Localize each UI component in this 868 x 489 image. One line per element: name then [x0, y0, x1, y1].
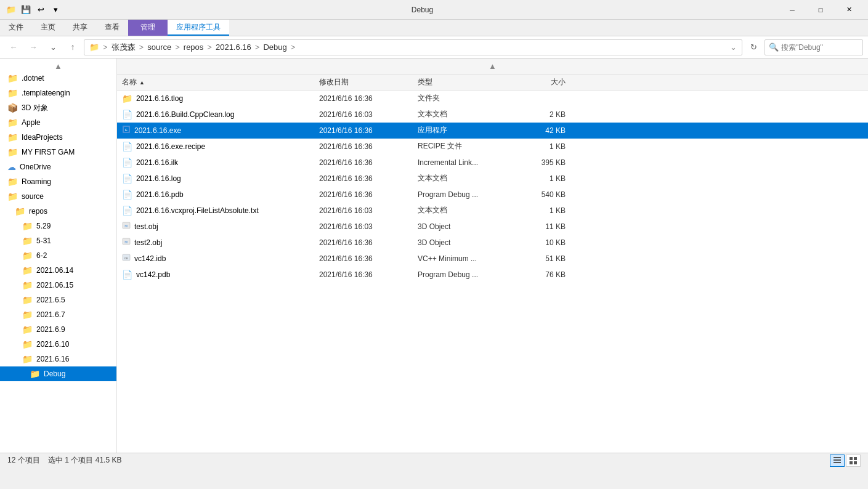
maximize-button[interactable]: □ — [806, 0, 835, 20]
back-button[interactable]: ← — [5, 39, 22, 56]
close-button[interactable]: ✕ — [835, 0, 863, 20]
col-header-size[interactable]: 大小 — [516, 77, 566, 87]
folder-icon: 📁 — [22, 354, 33, 364]
file-type: 文本文档 — [418, 109, 516, 119]
file-area: ▲ 名称 ▲ 修改日期 类型 大小 📁 2021.6.16.tlog 2021/… — [117, 59, 868, 453]
file-row-exe[interactable]: E 2021.6.16.exe 2021/6/16 16:36 应用程序 42 … — [117, 123, 868, 139]
sidebar-item-label: OneDrive — [20, 163, 51, 171]
file-row-recipe[interactable]: 📄 2021.6.16.exe.recipe 2021/6/16 16:36 R… — [117, 139, 868, 155]
file-date: 2021/6/16 16:36 — [319, 142, 418, 151]
file-name-text: 2021.6.16.log — [136, 174, 181, 183]
sidebar-scroll-up[interactable]: ▲ — [0, 61, 116, 71]
file-date: 2021/6/16 16:36 — [319, 158, 418, 167]
sidebar-item-label: 3D 对象 — [22, 103, 48, 113]
minimize-button[interactable]: ─ — [778, 0, 806, 20]
file-type: Incremental Link... — [418, 158, 516, 167]
file-date: 2021/6/16 16:36 — [319, 126, 418, 135]
sidebar-item-label: repos — [29, 207, 47, 216]
file-date: 2021/6/16 16:36 — [319, 94, 418, 103]
sidebar-item-label: IdeaProjects — [22, 133, 63, 142]
breadcrumb-date[interactable]: 2021.6.16 — [216, 42, 251, 52]
address-bar-row: ← → ⌄ ↑ 📁 > 张茂森 > source > repos > 2021.… — [0, 36, 868, 59]
col-header-name[interactable]: 名称 ▲ — [122, 77, 319, 87]
sidebar-item-202167[interactable]: 📁 2021.6.7 — [0, 307, 116, 322]
file-row-tlog[interactable]: 📁 2021.6.16.tlog 2021/6/16 16:36 文件夹 — [117, 91, 868, 107]
sidebar-item-2021610[interactable]: 📁 2021.6.10 — [0, 337, 116, 352]
folder-icon: 📁 — [22, 265, 33, 275]
svg-rect-11 — [834, 462, 841, 463]
file-row-testobj[interactable]: 3D test.obj 2021/6/16 16:03 3D Object 11… — [117, 219, 868, 235]
sidebar-item-roaming[interactable]: 📁 Roaming — [0, 174, 116, 189]
file-type: 文本文档 — [418, 173, 516, 184]
file-type: Program Debug ... — [418, 270, 516, 279]
col-header-date[interactable]: 修改日期 — [319, 77, 418, 87]
sidebar-item-dotnet[interactable]: 📁 .dotnet — [0, 71, 116, 86]
sidebar-item-531[interactable]: 📁 5-31 — [0, 233, 116, 248]
forward-button[interactable]: → — [25, 39, 42, 56]
save-icon[interactable]: 💾 — [20, 4, 32, 16]
file-size: 10 KB — [516, 238, 566, 247]
sidebar-item-20210615[interactable]: 📁 2021.06.15 — [0, 278, 116, 293]
tab-home[interactable]: 主页 — [32, 20, 64, 36]
refresh-button[interactable]: ↻ — [745, 39, 762, 56]
sidebar-item-label: .templateengin — [22, 89, 70, 97]
search-input[interactable] — [781, 43, 859, 52]
tab-view[interactable]: 查看 — [96, 20, 128, 36]
file-row-vc142pdb[interactable]: 📄 vc142.pdb 2021/6/16 16:36 Program Debu… — [117, 267, 868, 283]
sidebar-item-3d[interactable]: 📦 3D 对象 — [0, 100, 116, 115]
sidebar-item-2021616[interactable]: 📁 2021.6.16 — [0, 352, 116, 366]
sidebar-item-20210614[interactable]: 📁 2021.06.14 — [0, 263, 116, 278]
sidebar-item-202169[interactable]: 📁 2021.6.9 — [0, 322, 116, 337]
file-row-filelist[interactable]: 📄 2021.6.16.vcxproj.FileListAbsolute.txt… — [117, 203, 868, 219]
file-size: 42 KB — [516, 126, 566, 135]
breadcrumb-current[interactable]: Debug — [263, 42, 286, 52]
file-name-text: vc142.idb — [134, 254, 166, 263]
sidebar-item-templateengine[interactable]: 📁 .templateengin — [0, 86, 116, 100]
file-row-buildlog[interactable]: 📄 2021.6.16.Build.CppClean.log 2021/6/16… — [117, 107, 868, 123]
file-name-text: test.obj — [134, 222, 158, 231]
breadcrumb-repos[interactable]: repos — [184, 42, 204, 52]
file-row-vc142idb[interactable]: DB vc142.idb 2021/6/16 16:36 VC++ Minimu… — [117, 251, 868, 267]
exe-icon: E — [122, 125, 131, 135]
column-scroll-up[interactable]: ▲ — [122, 62, 863, 71]
dropdown-icon[interactable]: ▾ — [49, 4, 62, 16]
file-row-test2obj[interactable]: 3D test2.obj 2021/6/16 16:36 3D Object 1… — [117, 235, 868, 251]
breadcrumb-source[interactable]: source — [147, 42, 171, 52]
file-name-text: vc142.pdb — [136, 270, 170, 279]
title-bar-icons: 📁 💾 ↩ ▾ — [5, 4, 62, 16]
tab-manage[interactable]: 管理 — [128, 20, 168, 36]
folder-icon: 📁 — [22, 325, 33, 334]
tab-file[interactable]: 文件 — [0, 20, 32, 36]
doc-icon: 📄 — [122, 142, 132, 152]
sidebar-item-source[interactable]: 📁 source — [0, 189, 116, 204]
up-button[interactable]: ↑ — [64, 39, 81, 56]
breadcrumb-user[interactable]: 张茂森 — [112, 42, 136, 53]
sidebar-item-debug[interactable]: 📁 Debug — [0, 366, 116, 381]
address-chevron-icon[interactable]: ⌄ — [730, 42, 737, 52]
sidebar-item-apple[interactable]: 📁 Apple — [0, 115, 116, 130]
col-header-type[interactable]: 类型 — [418, 77, 516, 87]
search-box[interactable]: 🔍 — [765, 39, 863, 55]
sidebar-item-repos[interactable]: 📁 repos — [0, 204, 116, 219]
sidebar-item-idea[interactable]: 📁 IdeaProjects — [0, 130, 116, 145]
details-view-button[interactable] — [830, 455, 845, 467]
file-row-log[interactable]: 📄 2021.6.16.log 2021/6/16 16:36 文本文档 1 K… — [117, 171, 868, 187]
folder-icon: 📁 — [7, 177, 18, 187]
sidebar-item-202165[interactable]: 📁 2021.6.5 — [0, 293, 116, 307]
tab-apptool[interactable]: 应用程序工具 — [168, 20, 229, 36]
sidebar-item-myfirst[interactable]: 📁 MY FIRST GAM — [0, 145, 116, 160]
address-box[interactable]: 📁 > 张茂森 > source > repos > 2021.6.16 > D… — [84, 39, 742, 55]
tiles-view-button[interactable] — [846, 455, 861, 467]
recent-locations-button[interactable]: ⌄ — [44, 39, 62, 56]
sidebar-item-onedrive[interactable]: ☁ OneDrive — [0, 160, 116, 174]
file-type: RECIPE 文件 — [418, 141, 516, 152]
sidebar-item-529[interactable]: 📁 5.29 — [0, 219, 116, 233]
tab-share[interactable]: 共享 — [64, 20, 96, 36]
file-row-pdb[interactable]: 📄 2021.6.16.pdb 2021/6/16 16:36 Program … — [117, 187, 868, 203]
sidebar-item-62[interactable]: 📁 6-2 — [0, 248, 116, 263]
file-row-ilk[interactable]: 📄 2021.6.16.ilk 2021/6/16 16:36 Incremen… — [117, 155, 868, 171]
window-title: Debug — [67, 6, 778, 14]
undo-icon[interactable]: ↩ — [34, 4, 47, 16]
quick-access-icon[interactable]: 📁 — [5, 4, 17, 16]
column-headers: ▲ — [117, 59, 868, 75]
